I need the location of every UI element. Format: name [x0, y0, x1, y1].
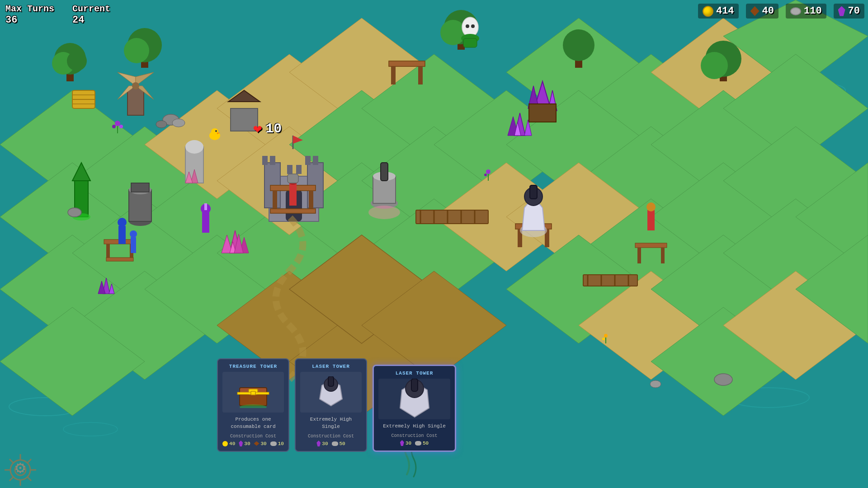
- svg-point-153: [471, 24, 475, 28]
- svg-point-187: [602, 338, 605, 340]
- svg-point-179: [115, 121, 120, 126]
- svg-rect-75: [270, 156, 275, 165]
- svg-point-152: [466, 24, 469, 28]
- svg-rect-93: [418, 66, 423, 84]
- svg-rect-63: [127, 88, 144, 115]
- svg-point-186: [604, 334, 608, 338]
- svg-point-183: [486, 169, 491, 174]
- svg-rect-88: [273, 191, 277, 209]
- svg-rect-76: [305, 156, 311, 165]
- svg-rect-126: [129, 190, 151, 221]
- svg-rect-97: [635, 243, 667, 248]
- svg-rect-159: [647, 210, 655, 230]
- svg-rect-121: [529, 104, 556, 122]
- svg-rect-128: [131, 183, 149, 192]
- svg-rect-74: [262, 156, 268, 165]
- svg-point-174: [156, 121, 167, 128]
- svg-point-142: [368, 206, 400, 219]
- svg-point-177: [650, 380, 661, 388]
- svg-rect-86: [106, 258, 133, 261]
- svg-rect-78: [287, 165, 292, 174]
- svg-point-145: [440, 20, 466, 45]
- svg-rect-92: [391, 66, 396, 84]
- svg-rect-163: [131, 237, 136, 253]
- svg-rect-89: [309, 191, 313, 209]
- svg-rect-161: [118, 226, 126, 244]
- svg-rect-84: [106, 244, 110, 258]
- svg-point-181: [119, 125, 123, 128]
- game-world: [0, 0, 868, 488]
- svg-rect-156: [289, 183, 297, 206]
- svg-rect-165: [202, 212, 209, 233]
- svg-rect-155: [463, 38, 477, 47]
- svg-point-162: [118, 218, 127, 227]
- svg-point-55: [67, 51, 87, 71]
- svg-point-175: [68, 208, 81, 217]
- svg-point-169: [211, 128, 218, 136]
- svg-point-176: [714, 374, 732, 385]
- svg-point-147: [563, 29, 594, 61]
- svg-point-150: [701, 52, 728, 79]
- svg-rect-100: [416, 210, 488, 224]
- svg-point-68: [132, 82, 139, 89]
- svg-point-58: [124, 38, 149, 63]
- svg-point-170: [215, 130, 217, 132]
- svg-rect-91: [389, 61, 425, 66]
- svg-rect-99: [661, 248, 665, 263]
- svg-rect-167: [204, 203, 207, 210]
- svg-point-184: [484, 174, 487, 176]
- svg-rect-79: [296, 165, 302, 174]
- svg-rect-90: [270, 209, 316, 213]
- svg-rect-141: [381, 163, 388, 181]
- svg-rect-158: [288, 174, 298, 183]
- svg-rect-98: [637, 248, 641, 263]
- svg-point-130: [185, 140, 203, 154]
- svg-rect-201: [530, 185, 537, 199]
- svg-point-180: [112, 125, 116, 128]
- svg-point-173: [172, 119, 185, 127]
- svg-point-164: [130, 230, 137, 238]
- svg-rect-69: [231, 108, 258, 131]
- svg-point-160: [646, 202, 656, 211]
- svg-rect-106: [583, 275, 637, 286]
- svg-rect-77: [313, 156, 318, 165]
